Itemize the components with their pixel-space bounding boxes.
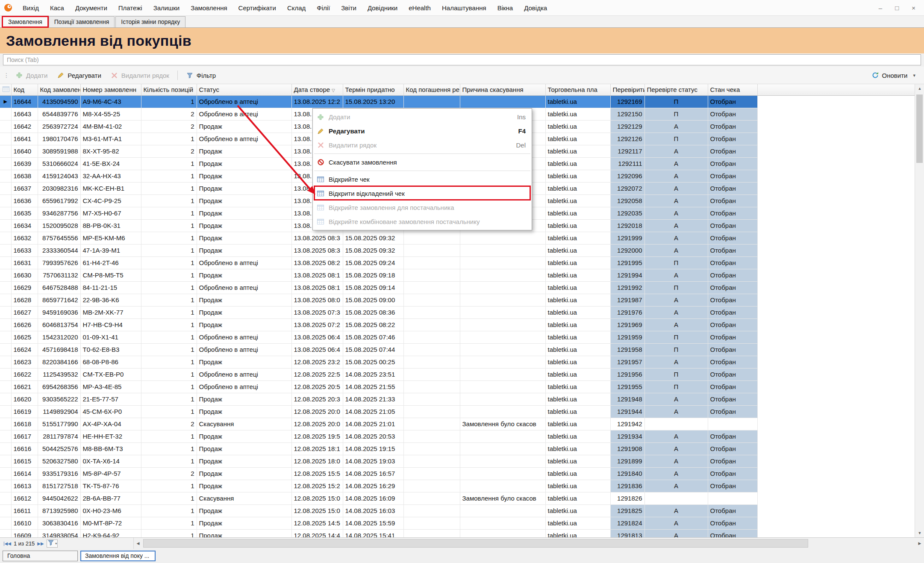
- cell-check[interactable]: 1291995: [610, 256, 644, 269]
- close-icon[interactable]: ×: [912, 4, 915, 12]
- cell-reason[interactable]: [460, 244, 545, 256]
- cell-status[interactable]: Оброблено в аптеці: [197, 133, 291, 145]
- cell-state[interactable]: [708, 492, 757, 504]
- cell-code[interactable]: 16636: [11, 195, 38, 207]
- cell-state[interactable]: Отобран: [708, 182, 757, 195]
- cell-check[interactable]: 1291976: [610, 306, 644, 318]
- cell-order_code[interactable]: 5206327580: [38, 455, 80, 467]
- cell-qty[interactable]: 1: [141, 442, 197, 455]
- cell-indicator[interactable]: [0, 356, 11, 368]
- cell-check_status[interactable]: А: [644, 467, 708, 480]
- cell-check_status[interactable]: А: [644, 232, 708, 244]
- cell-status[interactable]: Продаж: [197, 195, 291, 207]
- cell-status[interactable]: Продаж: [197, 269, 291, 281]
- cell-state[interactable]: Отобран: [708, 244, 757, 256]
- cell-number[interactable]: 0X-TA-X6-14: [80, 455, 141, 467]
- cell-expires[interactable]: 15.08.2025 09:32: [343, 244, 403, 256]
- cell-order_code[interactable]: 5310666024: [38, 157, 80, 170]
- cell-order_code[interactable]: 6467528488: [38, 281, 80, 294]
- cell-check_status[interactable]: П: [644, 281, 708, 294]
- cell-qty[interactable]: 1: [141, 195, 197, 207]
- cell-check[interactable]: 1291959: [610, 331, 644, 343]
- cell-status[interactable]: Оброблено в аптеці: [197, 380, 291, 393]
- statusbar-tab-1[interactable]: Головна: [3, 551, 78, 561]
- cell-redeem[interactable]: [403, 492, 460, 504]
- cell-created[interactable]: 12.08.2025 20:0: [291, 405, 343, 418]
- cell-code[interactable]: 16634: [11, 219, 38, 232]
- cell-created[interactable]: 12.08.2025 20:0: [291, 418, 343, 430]
- cell-status[interactable]: Оброблено в аптеці: [197, 281, 291, 294]
- column-header-order_code[interactable]: Код замовлен: [38, 84, 80, 95]
- cell-code[interactable]: 16610: [11, 517, 38, 529]
- cell-reason[interactable]: [460, 430, 545, 442]
- cell-reason[interactable]: [460, 95, 545, 108]
- minimize-icon[interactable]: –: [879, 4, 882, 12]
- cell-state[interactable]: Отобран: [708, 480, 757, 492]
- cell-platform[interactable]: tabletki.ua: [545, 480, 610, 492]
- cell-code[interactable]: 16615: [11, 455, 38, 467]
- cell-number[interactable]: 8X-XT-95-82: [80, 145, 141, 157]
- table-row[interactable]: 16623822038416668-08-P8-861Продаж12.08.2…: [0, 356, 915, 368]
- table-row[interactable]: 166185155177990AX-4P-XA-042Скасування12.…: [0, 418, 915, 430]
- cell-reason[interactable]: [460, 480, 545, 492]
- cell-platform[interactable]: tabletki.ua: [545, 517, 610, 529]
- cell-status[interactable]: Продаж: [197, 219, 291, 232]
- cell-created[interactable]: 12.08.2025 15:5: [291, 467, 343, 480]
- refresh-button[interactable]: Оновити: [867, 69, 920, 82]
- table-row[interactable]: 166307570631132CM-P8-M5-T51Продаж13.08.2…: [0, 269, 915, 281]
- cell-check[interactable]: 1292169: [610, 95, 644, 108]
- cell-number[interactable]: MP-E5-KM-M6: [80, 232, 141, 244]
- cell-platform[interactable]: tabletki.ua: [545, 182, 610, 195]
- cell-number[interactable]: HE-HH-ET-32: [80, 430, 141, 442]
- cell-order_code[interactable]: 1542312020: [38, 331, 80, 343]
- cell-check[interactable]: 1291942: [610, 418, 644, 430]
- menu-item-Звіти[interactable]: Звіти: [335, 0, 362, 15]
- cell-check_status[interactable]: А: [644, 306, 708, 318]
- cell-check_status[interactable]: А: [644, 318, 708, 331]
- vertical-scrollbar[interactable]: [915, 84, 924, 537]
- cell-indicator[interactable]: [0, 480, 11, 492]
- cell-check[interactable]: 1292058: [610, 195, 644, 207]
- menu-item-Каса[interactable]: Каса: [44, 0, 70, 15]
- cell-expires[interactable]: 14.08.2025 21:55: [343, 380, 403, 393]
- cell-created[interactable]: 13.08.2025 08:0: [291, 294, 343, 306]
- cell-state[interactable]: Отобран: [708, 232, 757, 244]
- cell-platform[interactable]: tabletki.ua: [545, 219, 610, 232]
- cell-check[interactable]: 1292035: [610, 207, 644, 219]
- cell-qty[interactable]: 1: [141, 133, 197, 145]
- cell-order_code[interactable]: 6046813754: [38, 318, 80, 331]
- cell-number[interactable]: M0-MT-8P-72: [80, 517, 141, 529]
- cell-reason[interactable]: [460, 256, 545, 269]
- cell-created[interactable]: 13.08.2025 06:4: [291, 331, 343, 343]
- cell-expires[interactable]: 15.08.2025 09:14: [343, 281, 403, 294]
- cell-order_code[interactable]: 8757645556: [38, 232, 80, 244]
- context-menu-cancel-order[interactable]: Скасувати замовлення: [313, 155, 532, 169]
- cell-platform[interactable]: tabletki.ua: [545, 133, 610, 145]
- cell-check[interactable]: 1291826: [610, 492, 644, 504]
- cell-check[interactable]: 1292018: [610, 219, 644, 232]
- cell-qty[interactable]: 1: [141, 281, 197, 294]
- cell-status[interactable]: Продаж: [197, 306, 291, 318]
- cell-state[interactable]: Отобран: [708, 331, 757, 343]
- cell-code[interactable]: 16622: [11, 368, 38, 380]
- restore-icon[interactable]: □: [895, 4, 899, 12]
- cell-code[interactable]: 16618: [11, 418, 38, 430]
- cell-check_status[interactable]: А: [644, 455, 708, 467]
- column-header-check_status[interactable]: Перевірте статус: [644, 84, 708, 95]
- cell-state[interactable]: Отобран: [708, 269, 757, 281]
- cell-check_status[interactable]: [644, 492, 708, 504]
- cell-check[interactable]: 1291994: [610, 269, 644, 281]
- cell-code[interactable]: 16643: [11, 108, 38, 120]
- cell-check[interactable]: 1292096: [610, 170, 644, 182]
- cell-state[interactable]: Отобран: [708, 145, 757, 157]
- column-header-indicator[interactable]: [0, 84, 11, 95]
- cell-redeem[interactable]: [403, 430, 460, 442]
- cell-qty[interactable]: 2: [141, 108, 197, 120]
- column-header-check[interactable]: Перевірити: [610, 84, 644, 95]
- tab-2[interactable]: Позиції замовлення: [49, 16, 115, 27]
- cell-check_status[interactable]: А: [644, 145, 708, 157]
- context-menu-open-check[interactable]: Відкрийте чек: [313, 172, 532, 186]
- cell-number[interactable]: CX-4C-P9-25: [80, 195, 141, 207]
- cell-platform[interactable]: tabletki.ua: [545, 294, 610, 306]
- cell-check_status[interactable]: А: [644, 480, 708, 492]
